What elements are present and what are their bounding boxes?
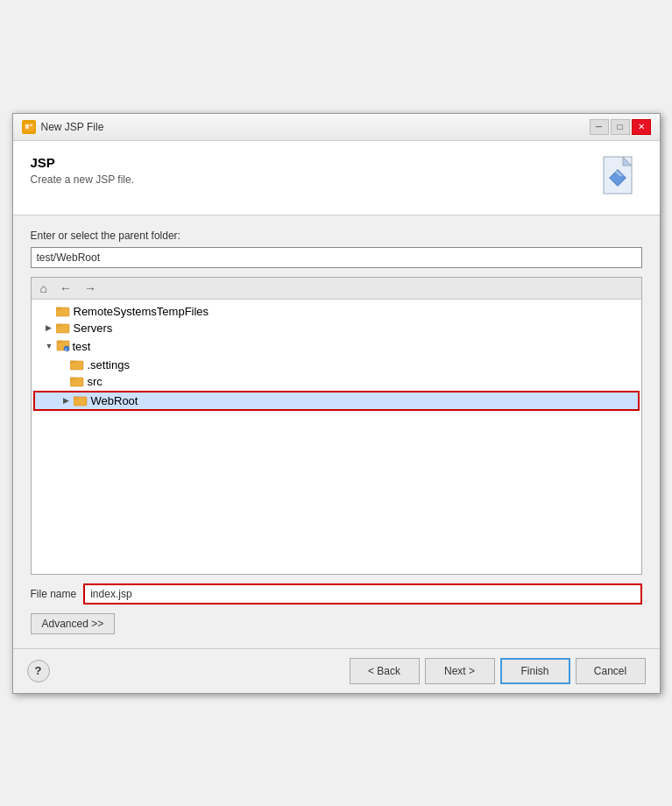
help-button[interactable]: ? [27, 660, 50, 682]
folder-icon-src [70, 375, 84, 387]
folder-icon-webroot [74, 394, 88, 407]
parent-folder-input[interactable] [31, 247, 642, 268]
tree-row-servers[interactable]: ▶ Servers [32, 320, 641, 336]
tree-row-webroot[interactable]: ▶ WebRoot [33, 391, 640, 411]
tree-toolbar: ⌂ ← → [32, 278, 641, 300]
home-button[interactable]: ⌂ [37, 280, 51, 296]
forward-button[interactable]: → [81, 280, 100, 296]
label-servers: Servers [74, 322, 113, 335]
jsp-file-icon [597, 155, 642, 201]
title-bar: New JSP File ─ □ ✕ [13, 114, 660, 141]
dialog-icon [22, 120, 36, 134]
dialog-title: New JSP File [41, 121, 104, 133]
svg-rect-11 [56, 324, 61, 326]
project-icon-test: J [56, 338, 70, 355]
file-name-section: File name Advanced >> [31, 583, 642, 634]
bottom-buttons: < Back Next > Finish Cancel [350, 658, 646, 684]
tree-row-test[interactable]: ▼ J test [32, 336, 641, 357]
file-name-input[interactable] [83, 583, 641, 604]
folder-icon-settings [70, 358, 84, 371]
svg-rect-17 [70, 361, 75, 363]
arrow-servers: ▶ [46, 323, 56, 332]
bottom-bar: ? < Back Next > Finish Cancel [13, 648, 660, 693]
back-button[interactable]: < Back [350, 658, 420, 684]
header-section: JSP Create a new JSP file. [13, 141, 660, 216]
content-section: Enter or select the parent folder: ⌂ ← →… [13, 216, 660, 648]
svg-rect-21 [74, 397, 79, 399]
label-webroot: WebRoot [91, 394, 138, 407]
tree-row-settings[interactable]: .settings [32, 357, 641, 373]
label-remote: RemoteSystemsTempFiles [74, 305, 209, 318]
tree-content: RemoteSystemsTempFiles ▶ Servers ▼ [32, 300, 641, 415]
label-settings: .settings [88, 358, 130, 371]
file-name-row: File name [31, 583, 642, 604]
header-subtitle: Create a new JSP file. [31, 173, 135, 186]
label-src: src [88, 375, 103, 388]
tree-row-src[interactable]: src [32, 373, 641, 390]
back-button[interactable]: ← [56, 280, 75, 296]
minimize-button[interactable]: ─ [590, 119, 609, 135]
title-bar-controls: ─ □ ✕ [590, 119, 651, 135]
finish-button[interactable]: Finish [500, 658, 570, 684]
tree-row-remote[interactable]: RemoteSystemsTempFiles [32, 303, 641, 320]
folder-tree: ⌂ ← → RemoteSystemsTempFiles ▶ [31, 277, 642, 575]
cancel-button[interactable]: Cancel [576, 658, 646, 684]
parent-folder-label: Enter or select the parent folder: [31, 230, 642, 242]
arrow-test: ▼ [46, 342, 56, 350]
svg-rect-2 [30, 124, 32, 126]
svg-rect-13 [57, 341, 62, 343]
svg-rect-1 [25, 124, 29, 129]
folder-icon-remote [56, 305, 70, 317]
close-button[interactable]: ✕ [632, 119, 651, 135]
header-title: JSP [31, 155, 135, 170]
label-test: test [73, 340, 91, 353]
title-bar-left: New JSP File [22, 120, 104, 134]
next-button[interactable]: Next > [425, 658, 495, 684]
advanced-button[interactable]: Advanced >> [31, 613, 116, 634]
file-name-label: File name [31, 588, 77, 600]
header-text: JSP Create a new JSP file. [31, 155, 135, 186]
svg-text:J: J [64, 347, 66, 351]
arrow-webroot: ▶ [63, 396, 74, 405]
maximize-button[interactable]: □ [611, 119, 630, 135]
svg-rect-19 [70, 378, 75, 379]
dialog-window: New JSP File ─ □ ✕ JSP Create a new JSP … [12, 113, 661, 694]
folder-icon-servers [56, 322, 70, 334]
svg-rect-9 [56, 308, 61, 309]
